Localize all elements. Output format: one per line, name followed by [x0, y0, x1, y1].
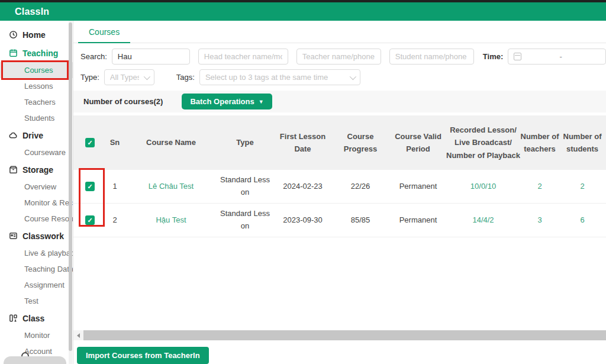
app-header: ClassIn [0, 2, 606, 21]
classwork-icon [9, 231, 18, 240]
sidebar-item-monitor-record[interactable]: Monitor & Recor [0, 195, 73, 211]
select-all-checkbox[interactable]: ✓ [85, 138, 95, 147]
horizontal-scrollbar [73, 330, 606, 340]
scroll-left-button[interactable] [73, 330, 83, 340]
sidebar-item-teaching[interactable]: Teaching [0, 44, 73, 62]
table-row: ✓ 1 Lê Châu Test Standard Lesson 2024-02… [73, 170, 606, 204]
sidebar-item-test[interactable]: Test [0, 293, 73, 309]
sidebar-item-label: Classwork [22, 231, 64, 241]
teachers-count-link[interactable]: 2 [537, 182, 541, 191]
table-header-row: ✓ Sn Course Name Type First Lesson Date … [73, 115, 606, 170]
tags-label: Tags: [176, 73, 195, 82]
cell-valid-period: Permanent [390, 180, 446, 192]
sidebar-item-class[interactable]: Class [0, 309, 73, 327]
cell-first-lesson-date: 2024-02-23 [275, 180, 331, 192]
student-input[interactable] [389, 49, 474, 65]
sidebar-item-live-playback[interactable]: Live & playback [0, 245, 73, 261]
sidebar-item-label: Teaching [22, 49, 58, 58]
cell-type: Standard Lesson [220, 208, 270, 233]
sidebar-item-label: Drive [22, 131, 43, 140]
sidebar-item-courses[interactable]: Courses [0, 62, 73, 78]
table-toolbar: Number of courses(2) Batch Operations ▼ [73, 91, 606, 112]
sidebar-item-label: Home [22, 30, 46, 40]
students-count-link[interactable]: 2 [580, 182, 584, 191]
cell-valid-period: Permanent [390, 214, 446, 226]
sidebar-item-overview[interactable]: Overview [0, 179, 73, 195]
row-checkbox[interactable]: ✓ [85, 182, 95, 191]
batch-operations-button[interactable]: Batch Operations ▼ [182, 94, 272, 109]
time-range-picker[interactable]: - [508, 49, 606, 65]
active-tab-underline [78, 42, 130, 43]
caret-down-icon: ▼ [259, 99, 264, 105]
sidebar-item-teachers[interactable]: Teachers [0, 94, 73, 110]
tags-select[interactable]: Select up to 3 tags at the same time [199, 69, 360, 85]
type-select[interactable]: All Types [104, 69, 154, 85]
cell-course-progress: 85/85 [331, 214, 390, 226]
time-range-separator: - [521, 52, 600, 61]
class-grid-icon [9, 314, 18, 323]
students-count-link[interactable]: 6 [580, 215, 584, 224]
sidebar-item-home[interactable]: Home [0, 25, 73, 44]
column-header-num-teachers: Number of teachers [520, 130, 559, 155]
home-icon [9, 30, 18, 39]
check-icon: ✓ [87, 183, 92, 190]
course-name-link[interactable]: Hậu Test [156, 215, 186, 224]
tab-courses[interactable]: Courses [78, 22, 130, 43]
cell-type: Standard Lesson [220, 174, 270, 199]
sidebar-item-drive[interactable]: Drive [0, 126, 73, 144]
column-header-course-valid-period: Course Valid Period [390, 130, 446, 155]
horizontal-scrollbar-thumb[interactable] [83, 330, 606, 340]
storage-box-icon [9, 165, 18, 174]
column-header-course-name: Course Name [127, 136, 215, 149]
cell-sn: 1 [103, 180, 127, 192]
table-empty-area [73, 237, 606, 330]
footer: Import Courses from TeacherIn [73, 340, 606, 364]
table-row: ✓ 2 Hậu Test Standard Lesson 2023-09-30 … [73, 204, 606, 237]
head-teacher-input[interactable] [198, 49, 288, 65]
import-courses-button[interactable]: Import Courses from TeacherIn [77, 347, 209, 364]
partial-section-highlight [4, 356, 66, 364]
left-arrow-icon [77, 333, 80, 338]
column-header-course-progress: Course Progress [331, 130, 390, 155]
type-label: Type: [80, 73, 99, 82]
tab-bar: Courses [73, 21, 606, 43]
row-checkbox[interactable]: ✓ [85, 215, 95, 225]
cell-sn: 2 [103, 214, 127, 226]
column-header-num-students: Number of students [559, 130, 605, 155]
recorded-link[interactable]: 10/0/10 [470, 182, 496, 191]
sidebar-scrollbar-thumb[interactable] [69, 22, 72, 351]
check-icon: ✓ [87, 217, 92, 224]
column-header-first-lesson-date: First Lesson Date [275, 130, 331, 155]
filter-panel: Search: Time: - Type: All Types Tags: [73, 43, 606, 90]
sidebar-item-monitor[interactable]: Monitor [0, 327, 73, 343]
course-count: Number of courses(2) [83, 97, 163, 106]
cell-course-progress: 22/26 [331, 180, 390, 192]
sidebar-item-teaching-data[interactable]: Teaching Data [0, 261, 73, 277]
sidebar-item-assignment[interactable]: Assignment [0, 277, 73, 293]
teaching-calendar-icon [9, 49, 18, 57]
column-header-recorded: Recorded Lesson/ Live Broadcast/ Number … [446, 124, 520, 161]
chevron-down-icon [144, 73, 150, 79]
sidebar: Home Teaching Courses Lessons Teachers S… [0, 21, 73, 364]
chevron-down-icon [350, 73, 356, 79]
cell-first-lesson-date: 2023-09-30 [275, 214, 331, 226]
cloud-icon [9, 131, 18, 140]
column-header-sn: Sn [103, 136, 127, 149]
teacher-input[interactable] [296, 49, 381, 65]
search-input[interactable] [112, 49, 190, 65]
calendar-icon [514, 53, 521, 60]
time-label: Time: [483, 52, 503, 61]
sidebar-item-course-resources[interactable]: Course Resource [0, 211, 73, 227]
teachers-count-link[interactable]: 3 [537, 215, 541, 224]
main-content: Courses Search: Time: - Type: All [73, 21, 606, 364]
search-label: Search: [80, 52, 107, 61]
sidebar-item-label: Storage [22, 165, 53, 175]
sidebar-item-students[interactable]: Students [0, 110, 73, 126]
course-name-link[interactable]: Lê Châu Test [149, 182, 194, 191]
sidebar-item-courseware[interactable]: Courseware [0, 144, 73, 160]
sidebar-item-lessons[interactable]: Lessons [0, 78, 73, 94]
sidebar-item-classwork[interactable]: Classwork [0, 227, 73, 245]
recorded-link[interactable]: 14/4/2 [472, 215, 494, 224]
sidebar-item-storage[interactable]: Storage [0, 160, 73, 179]
check-icon: ✓ [87, 140, 92, 146]
